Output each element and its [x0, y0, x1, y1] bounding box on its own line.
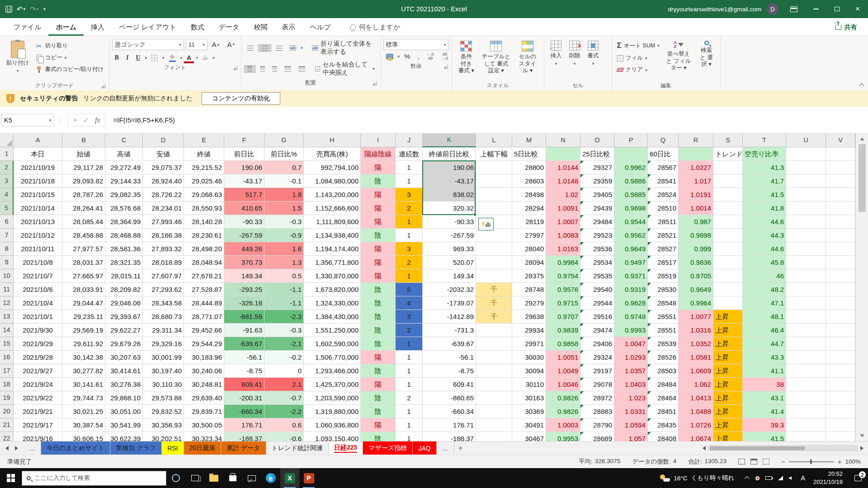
- horizontal-scroll-thumb[interactable]: [710, 446, 805, 450]
- cell-R11[interactable]: 0.9649: [679, 283, 713, 296]
- cell-Q15[interactable]: 28539: [648, 337, 679, 351]
- vertical-scrollbar[interactable]: [855, 134, 868, 441]
- cell-P4[interactable]: 0.9885: [614, 188, 648, 202]
- cell-B11[interactable]: 28,033.91: [62, 283, 105, 296]
- cell-R4[interactable]: 1.0191: [679, 188, 713, 202]
- cell-O9[interactable]: 29534: [580, 256, 614, 269]
- menu-tab-ページ レイアウト[interactable]: ページ レイアウト: [112, 23, 184, 36]
- column-header-M[interactable]: M: [512, 134, 546, 147]
- cell-U20[interactable]: [786, 405, 826, 418]
- cell-J5[interactable]: 2: [396, 202, 423, 215]
- cell-V5[interactable]: [826, 202, 855, 215]
- cell-V21[interactable]: [826, 418, 855, 432]
- column-header-S[interactable]: S: [713, 134, 743, 147]
- menu-tab-挿入[interactable]: 挿入: [84, 23, 112, 36]
- field-header-始値[interactable]: 始値: [62, 147, 105, 161]
- column-header-I[interactable]: I: [361, 134, 396, 147]
- cell-J4[interactable]: 3: [396, 188, 423, 202]
- autosum-button[interactable]: Σオート SUM▾: [615, 40, 662, 52]
- align-left-button[interactable]: [244, 65, 255, 73]
- cell-J8[interactable]: 3: [396, 242, 423, 256]
- cell-D11[interactable]: 27,293.62: [143, 283, 184, 296]
- cell-E2[interactable]: 29,215.52: [184, 161, 224, 174]
- cell-T18[interactable]: 38: [743, 378, 786, 391]
- cell-P15[interactable]: 1.0047: [614, 337, 648, 351]
- cell-S4[interactable]: [713, 188, 743, 202]
- cell-U8[interactable]: [786, 242, 826, 256]
- cell-V18[interactable]: [826, 378, 855, 391]
- cell-I20[interactable]: 陰: [361, 405, 396, 418]
- menu-tab-ファイル[interactable]: ファイル: [6, 23, 48, 36]
- row-header-4[interactable]: 4: [0, 188, 14, 202]
- cell-C3[interactable]: 29,144.33: [105, 174, 143, 188]
- sheet-tab-…[interactable]: …: [24, 441, 41, 455]
- cell-S2[interactable]: [713, 161, 743, 174]
- cell-D3[interactable]: 28,924.40: [143, 174, 184, 188]
- row-header-5[interactable]: 5: [0, 202, 14, 215]
- cell-K10[interactable]: 149.34: [423, 269, 476, 283]
- cell-F20[interactable]: -660.34: [224, 405, 264, 418]
- cell-D15[interactable]: 29,329.16: [143, 337, 184, 351]
- cell-R3[interactable]: 1.017: [679, 174, 713, 188]
- cell-P10[interactable]: 0.9371: [614, 269, 648, 283]
- cell-P18[interactable]: 1.0403: [614, 378, 648, 391]
- cell-U3[interactable]: [786, 174, 826, 188]
- cell-Q10[interactable]: 28519: [648, 269, 679, 283]
- cell-I15[interactable]: 陰: [361, 337, 396, 351]
- column-header-E[interactable]: E: [184, 134, 224, 147]
- column-header-C[interactable]: C: [105, 134, 143, 147]
- sort-filter-button[interactable]: AZ並べ替えと フィルター ▾: [662, 39, 696, 74]
- cell-H16[interactable]: 1,506,770,000: [304, 351, 361, 364]
- cell-L11[interactable]: 千: [476, 283, 512, 296]
- cell-T21[interactable]: 39.3: [743, 418, 786, 432]
- cell-K4[interactable]: 838.02: [423, 188, 476, 202]
- row-header-6[interactable]: 6: [0, 215, 14, 229]
- minimize-button[interactable]: [806, 0, 826, 18]
- cell-U13[interactable]: [786, 310, 826, 324]
- cell-B3[interactable]: 29,093.82: [62, 174, 105, 188]
- cell-M19[interactable]: 30163: [512, 391, 546, 405]
- field-header-高値[interactable]: 高値: [105, 147, 143, 161]
- cell-U2[interactable]: [786, 161, 826, 174]
- cell-L17[interactable]: [476, 364, 512, 378]
- redo-button[interactable]: ↷▾: [30, 5, 38, 14]
- merge-center-button[interactable]: ↔セルを結合して中央揃え▾: [312, 60, 377, 78]
- row-header-16[interactable]: 16: [0, 351, 14, 364]
- cell-G22[interactable]: -0.6: [264, 432, 304, 441]
- italic-button[interactable]: I: [123, 53, 131, 62]
- cell-B4[interactable]: 28,787.26: [62, 188, 105, 202]
- hidden-icons-chevron[interactable]: [745, 476, 750, 481]
- row-header-1[interactable]: 1: [0, 147, 14, 161]
- cell-C20[interactable]: 30,051.00: [105, 405, 143, 418]
- bold-button[interactable]: B: [112, 53, 122, 62]
- currency-format-button[interactable]: [383, 53, 396, 60]
- cell-L7[interactable]: [476, 229, 512, 242]
- cell-D16[interactable]: 30,001.99: [143, 351, 184, 364]
- wrap-text-button[interactable]: ab折り返して全体を表示する: [309, 39, 377, 57]
- cell-D20[interactable]: 29,832.52: [143, 405, 184, 418]
- cell-T17[interactable]: 41.1: [743, 364, 786, 378]
- cell-N12[interactable]: 0.9715: [546, 296, 580, 310]
- cell-T4[interactable]: 41.5: [743, 188, 786, 202]
- cell-N15[interactable]: 0.9858: [546, 337, 580, 351]
- cell-G7[interactable]: -0.9: [264, 229, 304, 242]
- cell-J13[interactable]: 3: [396, 310, 423, 324]
- cell-H8[interactable]: 1,194,174,400: [304, 242, 361, 256]
- cell-I3[interactable]: 陰: [361, 174, 396, 188]
- cell-F17[interactable]: -8.75: [224, 364, 264, 378]
- row-header-18[interactable]: 18: [0, 378, 14, 391]
- cell-J22[interactable]: 1: [396, 432, 423, 441]
- cell-O2[interactable]: 29327: [580, 161, 614, 174]
- cell-M10[interactable]: 28375: [512, 269, 546, 283]
- cell-U22[interactable]: [786, 432, 826, 441]
- new-sheet-button[interactable]: +: [454, 441, 467, 455]
- cell-R20[interactable]: 1.0488: [679, 405, 713, 418]
- cell-M4[interactable]: 28498: [512, 188, 546, 202]
- cell-N2[interactable]: 1.0144: [546, 161, 580, 174]
- cell-E9[interactable]: 28,048.94: [184, 256, 224, 269]
- cell-A2[interactable]: 2021/10/19: [14, 161, 62, 174]
- cell-F11[interactable]: -293.25: [224, 283, 264, 296]
- cell-Q13[interactable]: 28551: [648, 310, 679, 324]
- previous-sheet-icon[interactable]: [5, 446, 9, 450]
- cell-Q22[interactable]: 28408: [648, 432, 679, 441]
